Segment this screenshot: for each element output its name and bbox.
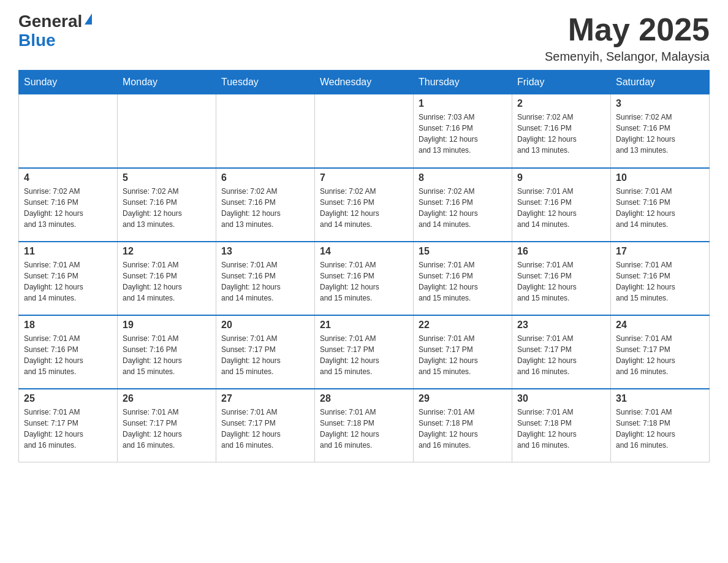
day-info: Sunrise: 7:02 AM Sunset: 7:16 PM Dayligh… — [221, 186, 309, 230]
header-friday: Friday — [512, 71, 611, 94]
day-number: 13 — [221, 246, 309, 257]
header-thursday: Thursday — [414, 71, 512, 94]
day-number: 3 — [616, 98, 704, 109]
day-info: Sunrise: 7:01 AM Sunset: 7:16 PM Dayligh… — [419, 259, 507, 304]
table-row: 25Sunrise: 7:01 AM Sunset: 7:17 PM Dayli… — [19, 389, 118, 462]
table-row: 16Sunrise: 7:01 AM Sunset: 7:16 PM Dayli… — [512, 242, 611, 315]
day-info: Sunrise: 7:01 AM Sunset: 7:16 PM Dayligh… — [616, 186, 704, 230]
day-info: Sunrise: 7:02 AM Sunset: 7:16 PM Dayligh… — [123, 186, 211, 230]
day-number: 31 — [616, 393, 704, 404]
day-number: 16 — [517, 246, 605, 257]
page-header: General Blue May 2025 Semenyih, Selangor… — [18, 12, 710, 64]
table-row: 20Sunrise: 7:01 AM Sunset: 7:17 PM Dayli… — [216, 315, 315, 389]
day-info: Sunrise: 7:01 AM Sunset: 7:16 PM Dayligh… — [517, 186, 605, 230]
table-row: 1Sunrise: 7:03 AM Sunset: 7:16 PM Daylig… — [414, 94, 512, 168]
day-info: Sunrise: 7:01 AM Sunset: 7:18 PM Dayligh… — [517, 407, 605, 451]
table-row: 10Sunrise: 7:01 AM Sunset: 7:16 PM Dayli… — [611, 168, 710, 242]
table-row — [19, 94, 118, 168]
table-row: 14Sunrise: 7:01 AM Sunset: 7:16 PM Dayli… — [315, 242, 414, 315]
day-info: Sunrise: 7:02 AM Sunset: 7:16 PM Dayligh… — [616, 112, 704, 156]
day-number: 12 — [123, 246, 211, 257]
day-number: 21 — [320, 320, 408, 331]
day-info: Sunrise: 7:02 AM Sunset: 7:16 PM Dayligh… — [24, 186, 112, 230]
day-number: 4 — [24, 172, 112, 183]
day-info: Sunrise: 7:01 AM Sunset: 7:16 PM Dayligh… — [517, 259, 605, 304]
location-title: Semenyih, Selangor, Malaysia — [545, 50, 710, 64]
table-row: 26Sunrise: 7:01 AM Sunset: 7:17 PM Dayli… — [118, 389, 216, 462]
day-number: 22 — [419, 320, 507, 331]
day-number: 7 — [320, 172, 408, 183]
table-row: 29Sunrise: 7:01 AM Sunset: 7:18 PM Dayli… — [414, 389, 512, 462]
month-title: May 2025 — [545, 12, 710, 47]
day-number: 1 — [419, 98, 507, 109]
day-info: Sunrise: 7:01 AM Sunset: 7:16 PM Dayligh… — [24, 333, 112, 377]
day-number: 10 — [616, 172, 704, 183]
day-info: Sunrise: 7:02 AM Sunset: 7:16 PM Dayligh… — [517, 112, 605, 156]
day-info: Sunrise: 7:01 AM Sunset: 7:16 PM Dayligh… — [320, 259, 408, 304]
table-row: 27Sunrise: 7:01 AM Sunset: 7:17 PM Dayli… — [216, 389, 315, 462]
day-info: Sunrise: 7:01 AM Sunset: 7:18 PM Dayligh… — [419, 407, 507, 451]
header-wednesday: Wednesday — [315, 71, 414, 94]
calendar-week-row: 4Sunrise: 7:02 AM Sunset: 7:16 PM Daylig… — [19, 168, 710, 242]
day-info: Sunrise: 7:01 AM Sunset: 7:17 PM Dayligh… — [221, 407, 309, 451]
day-info: Sunrise: 7:01 AM Sunset: 7:17 PM Dayligh… — [616, 333, 704, 377]
table-row: 4Sunrise: 7:02 AM Sunset: 7:16 PM Daylig… — [19, 168, 118, 242]
day-info: Sunrise: 7:01 AM Sunset: 7:18 PM Dayligh… — [320, 407, 408, 451]
day-info: Sunrise: 7:01 AM Sunset: 7:17 PM Dayligh… — [419, 333, 507, 377]
calendar-week-row: 11Sunrise: 7:01 AM Sunset: 7:16 PM Dayli… — [19, 242, 710, 315]
day-info: Sunrise: 7:01 AM Sunset: 7:17 PM Dayligh… — [320, 333, 408, 377]
day-number: 17 — [616, 246, 704, 257]
day-number: 8 — [419, 172, 507, 183]
table-row: 11Sunrise: 7:01 AM Sunset: 7:16 PM Dayli… — [19, 242, 118, 315]
day-info: Sunrise: 7:01 AM Sunset: 7:17 PM Dayligh… — [221, 333, 309, 377]
table-row: 13Sunrise: 7:01 AM Sunset: 7:16 PM Dayli… — [216, 242, 315, 315]
table-row: 28Sunrise: 7:01 AM Sunset: 7:18 PM Dayli… — [315, 389, 414, 462]
table-row: 31Sunrise: 7:01 AM Sunset: 7:18 PM Dayli… — [611, 389, 710, 462]
calendar-week-row: 18Sunrise: 7:01 AM Sunset: 7:16 PM Dayli… — [19, 315, 710, 389]
header-tuesday: Tuesday — [216, 71, 315, 94]
day-number: 5 — [123, 172, 211, 183]
table-row: 30Sunrise: 7:01 AM Sunset: 7:18 PM Dayli… — [512, 389, 611, 462]
header-sunday: Sunday — [19, 71, 118, 94]
day-number: 30 — [517, 393, 605, 404]
logo-triangle-icon — [85, 13, 92, 25]
day-info: Sunrise: 7:03 AM Sunset: 7:16 PM Dayligh… — [419, 112, 507, 156]
day-number: 28 — [320, 393, 408, 404]
day-number: 25 — [24, 393, 112, 404]
header-saturday: Saturday — [611, 71, 710, 94]
table-row: 2Sunrise: 7:02 AM Sunset: 7:16 PM Daylig… — [512, 94, 611, 168]
day-info: Sunrise: 7:01 AM Sunset: 7:16 PM Dayligh… — [123, 259, 211, 304]
table-row: 5Sunrise: 7:02 AM Sunset: 7:16 PM Daylig… — [118, 168, 216, 242]
table-row: 17Sunrise: 7:01 AM Sunset: 7:16 PM Dayli… — [611, 242, 710, 315]
header-monday: Monday — [118, 71, 216, 94]
table-row — [118, 94, 216, 168]
table-row: 6Sunrise: 7:02 AM Sunset: 7:16 PM Daylig… — [216, 168, 315, 242]
day-info: Sunrise: 7:01 AM Sunset: 7:17 PM Dayligh… — [517, 333, 605, 377]
table-row: 18Sunrise: 7:01 AM Sunset: 7:16 PM Dayli… — [19, 315, 118, 389]
table-row: 9Sunrise: 7:01 AM Sunset: 7:16 PM Daylig… — [512, 168, 611, 242]
title-section: May 2025 Semenyih, Selangor, Malaysia — [545, 12, 710, 64]
day-number: 18 — [24, 320, 112, 331]
table-row — [315, 94, 414, 168]
day-number: 23 — [517, 320, 605, 331]
day-number: 26 — [123, 393, 211, 404]
table-row: 22Sunrise: 7:01 AM Sunset: 7:17 PM Dayli… — [414, 315, 512, 389]
table-row: 15Sunrise: 7:01 AM Sunset: 7:16 PM Dayli… — [414, 242, 512, 315]
calendar-table: Sunday Monday Tuesday Wednesday Thursday… — [18, 70, 710, 462]
day-info: Sunrise: 7:01 AM Sunset: 7:17 PM Dayligh… — [24, 407, 112, 451]
table-row — [216, 94, 315, 168]
table-row: 3Sunrise: 7:02 AM Sunset: 7:16 PM Daylig… — [611, 94, 710, 168]
table-row: 12Sunrise: 7:01 AM Sunset: 7:16 PM Dayli… — [118, 242, 216, 315]
day-number: 2 — [517, 98, 605, 109]
day-info: Sunrise: 7:01 AM Sunset: 7:16 PM Dayligh… — [24, 259, 112, 304]
day-number: 15 — [419, 246, 507, 257]
logo: General Blue — [18, 12, 92, 50]
day-number: 27 — [221, 393, 309, 404]
table-row: 19Sunrise: 7:01 AM Sunset: 7:16 PM Dayli… — [118, 315, 216, 389]
day-info: Sunrise: 7:02 AM Sunset: 7:16 PM Dayligh… — [320, 186, 408, 230]
day-number: 19 — [123, 320, 211, 331]
day-number: 20 — [221, 320, 309, 331]
day-number: 11 — [24, 246, 112, 257]
day-info: Sunrise: 7:01 AM Sunset: 7:18 PM Dayligh… — [616, 407, 704, 451]
day-info: Sunrise: 7:02 AM Sunset: 7:16 PM Dayligh… — [419, 186, 507, 230]
